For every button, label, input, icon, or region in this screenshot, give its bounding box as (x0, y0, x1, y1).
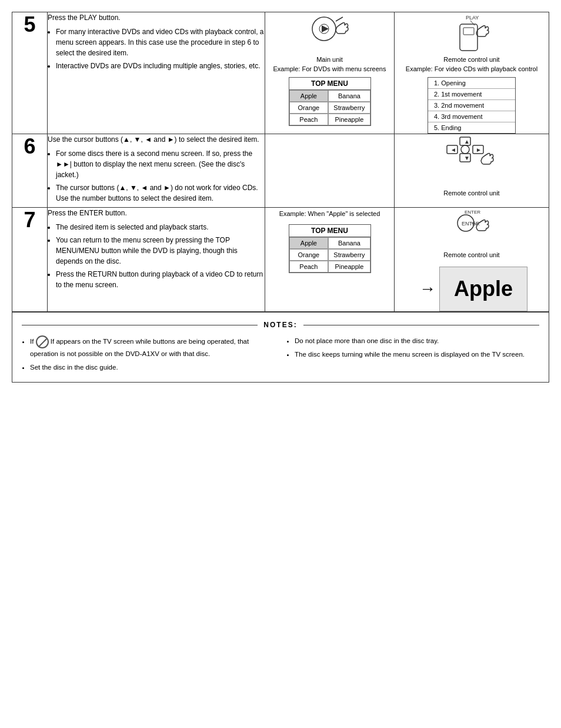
svg-rect-6 (463, 28, 474, 35)
notes-line-left (22, 325, 258, 325)
step-6-text: Use the cursor buttons (▲, ▼, ◄ and ►) t… (48, 134, 265, 208)
step-7-intro: Press the ENTER button. (48, 208, 265, 218)
menu-title-step7: TOP MENU (289, 225, 370, 237)
menu-item-banana-step7: Banana (328, 237, 370, 249)
notes-columns: If If appears on the TV screen while but… (22, 335, 539, 375)
step-6-right-diagram: ▲ ▼ ◄ ► Remote control unit (395, 134, 549, 208)
play-label-svg: PLAY (466, 15, 479, 21)
menu-title-step5: TOP MENU (289, 78, 370, 90)
notes-left-bullet-2: Set the disc in the disc guide. (30, 362, 275, 373)
remote-cursor-icon: ▲ ▼ ◄ ► (442, 134, 501, 187)
menu-item-orange-step7: Orange (289, 249, 329, 261)
menu-item-strawberry-step5: Strawberry (328, 102, 370, 114)
example-menu-label: Example: For DVDs with menu screens (265, 65, 394, 72)
step-5-right-diagram: PLAY Remote control unit Example: For vi… (395, 12, 549, 134)
notes-right-col: Do not place more than one disc in the d… (286, 335, 539, 375)
step-6-bullet-2: The cursor buttons (▲, ▼, ◄ and ►) do no… (56, 182, 265, 204)
menu-item-peach-step5: Peach (289, 114, 329, 125)
notes-right-bullet-2: The disc keeps turning while the menu sc… (295, 349, 539, 360)
step-number-label: 5 (24, 12, 35, 36)
step-5-bullet-2: Interactive DVDs are DVDs including mult… (56, 61, 265, 71)
step-7-text: Press the ENTER button. The desired item… (48, 208, 265, 312)
step-7-bullet-3: Press the RETURN button during playback … (56, 269, 265, 290)
svg-line-3 (336, 17, 343, 21)
menu-grid-step7: Apple Banana Orange Strawberry Peach Pin… (289, 237, 370, 272)
menu-item-pineapple-step5: Pineapple (328, 114, 370, 125)
step-5-main-text: Press the PLAY button. (48, 12, 265, 23)
notes-left-bullet-1: If If appears on the TV screen while but… (30, 335, 275, 359)
example-apple-label: Example: When "Apple" is selected (265, 210, 394, 217)
svg-text:◄: ◄ (450, 147, 456, 153)
remote-unit-hand-icon-step5: PLAY (448, 12, 495, 54)
example-video-cds-label: Example: For video CDs with playback con… (395, 65, 549, 72)
rc-item-1: 1. Opening (428, 78, 515, 89)
svg-text:▲: ▲ (464, 138, 470, 145)
menu-grid-step5: Apple Banana Orange Strawberry Peach Pin… (289, 90, 370, 125)
step-7-bullet-1: The desired item is selected and playbac… (56, 222, 265, 232)
main-unit-label: Main unit (265, 56, 394, 63)
step-7-right-diagram: ENTER ENTER Remote control unit → Apple (395, 208, 549, 312)
menu-item-apple-step7: Apple (289, 237, 329, 249)
remote-unit-label-step7: Remote control unit (395, 251, 549, 258)
svg-text:▼: ▼ (464, 155, 470, 161)
step-5-text: Press the PLAY button. For many interact… (48, 12, 265, 134)
step-6-bullet-1: For some discs there is a second menu sc… (56, 148, 265, 180)
step-6-left-diagram (265, 134, 395, 208)
notes-title: NOTES: (258, 320, 303, 331)
step-7-left-diagram: Example: When "Apple" is selected TOP ME… (265, 208, 395, 312)
step-5-number: 5 (12, 12, 48, 134)
step-7-bullet-2: You can return to the menu screen by pre… (56, 235, 265, 267)
menu-item-peach-step7: Peach (289, 261, 329, 272)
step-5-bullet-1: For many interactive DVDs and video CDs … (56, 26, 265, 58)
rc-item-3: 3. 2nd movement (428, 100, 515, 111)
arrow-right-icon: → (419, 280, 436, 298)
svg-line-4 (470, 21, 475, 25)
notes-line-right (303, 325, 539, 325)
apple-result-display: Apple (439, 267, 527, 311)
svg-text:ENTER: ENTER (465, 210, 480, 215)
menu-item-strawberry-step7: Strawberry (328, 249, 370, 261)
step-number-7-label: 7 (24, 208, 35, 232)
notes-section: NOTES: If If appears on the TV screen wh… (12, 312, 549, 383)
rc-item-4: 4. 3rd movement (428, 111, 515, 122)
step-6-number: 6 (12, 134, 48, 208)
svg-rect-5 (460, 24, 477, 51)
svg-point-15 (461, 145, 469, 154)
svg-marker-2 (322, 25, 329, 32)
step-5-left-diagram: Main unit Example: For DVDs with menu sc… (265, 12, 395, 134)
notes-left-bullet-1-text: If appears on the TV screen while button… (30, 338, 249, 357)
remote-unit-label-step6: Remote control unit (395, 190, 549, 197)
menu-item-orange-step5: Orange (289, 102, 329, 114)
notes-right-bullet-1: Do not place more than one disc in the d… (295, 335, 539, 346)
rc-item-2: 2. 1st movement (428, 89, 515, 100)
menu-item-apple-step5: Apple (289, 90, 329, 102)
svg-text:►: ► (476, 147, 482, 153)
rc-item-5: 5. Ending (428, 122, 515, 133)
enter-hand-icon: ENTER ENTER (448, 208, 495, 249)
step-7-number: 7 (12, 208, 48, 312)
menu-item-pineapple-step7: Pineapple (328, 261, 370, 272)
step-number-6-label: 6 (24, 134, 35, 158)
main-unit-hand-icon (306, 12, 353, 54)
step-6-intro: Use the cursor buttons (▲, ▼, ◄ and ►) t… (48, 134, 265, 145)
notes-header: NOTES: (22, 320, 539, 331)
menu-item-banana-step5: Banana (328, 90, 370, 102)
notes-left-col: If If appears on the TV screen while but… (22, 335, 275, 375)
remote-unit-label-step5: Remote control unit (395, 56, 549, 63)
